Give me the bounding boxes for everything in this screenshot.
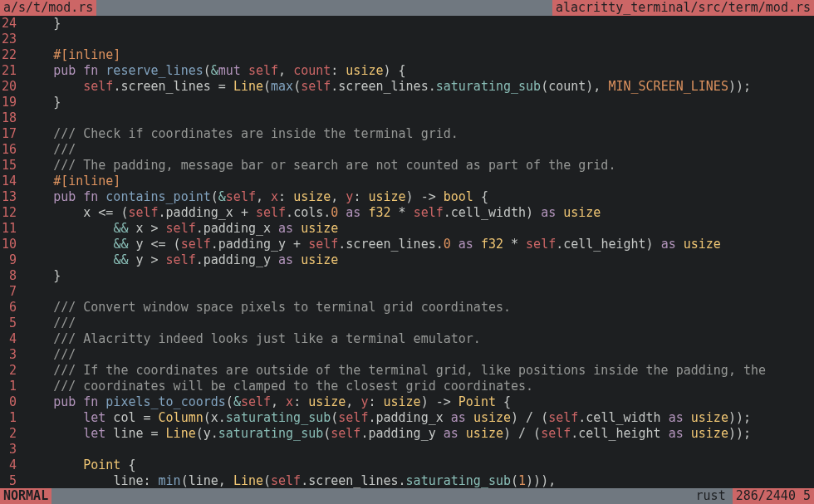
line-number: 8 <box>0 268 23 284</box>
line-number: 6 <box>0 300 23 316</box>
position-indicator: 286/2440 5 <box>733 488 814 504</box>
bufferline: a/s/t/mod.rs alacritty_terminal/src/term… <box>0 0 814 16</box>
buffer-path: alacritty_terminal/src/term/mod.rs <box>552 0 814 16</box>
line-number: 22 <box>0 47 23 63</box>
line-number: 2 <box>0 426 23 442</box>
line-number: 5 <box>0 316 23 331</box>
line-number: 1 <box>0 379 23 394</box>
code-editor[interactable]: 24 } 23 22 #[inline] 21 pub fn reserve_l… <box>0 16 814 489</box>
line-number: 15 <box>0 158 23 174</box>
line-number: 19 <box>0 95 23 110</box>
line-number: 12 <box>0 205 23 221</box>
line-number: 18 <box>0 110 23 126</box>
line-number: 5 <box>0 473 23 489</box>
line-number: 11 <box>0 221 23 237</box>
line-number: 3 <box>0 347 23 363</box>
line-number: 7 <box>0 284 23 300</box>
line-number: 0 <box>0 394 23 410</box>
line-number: 3 <box>0 442 23 458</box>
line-number: 14 <box>0 174 23 189</box>
line-number: 9 <box>0 252 23 268</box>
line-number: 24 <box>0 16 23 32</box>
line-number: 10 <box>0 237 23 252</box>
line-number: 4 <box>0 458 23 473</box>
line-number: 17 <box>0 126 23 142</box>
line-number: 23 <box>0 32 23 47</box>
line-number: 1 <box>0 410 23 426</box>
mode-indicator: NORMAL <box>0 488 51 504</box>
line-number: 4 <box>0 331 23 347</box>
line-number: 16 <box>0 142 23 158</box>
buffer-tab[interactable]: a/s/t/mod.rs <box>0 0 96 16</box>
line-number: 20 <box>0 79 23 95</box>
line-number: 21 <box>0 63 23 79</box>
line-number: 2 <box>0 363 23 379</box>
line-number: 13 <box>0 189 23 205</box>
statusline: NORMAL rust 286/2440 5 <box>0 488 814 504</box>
filetype-indicator: rust <box>689 488 733 504</box>
